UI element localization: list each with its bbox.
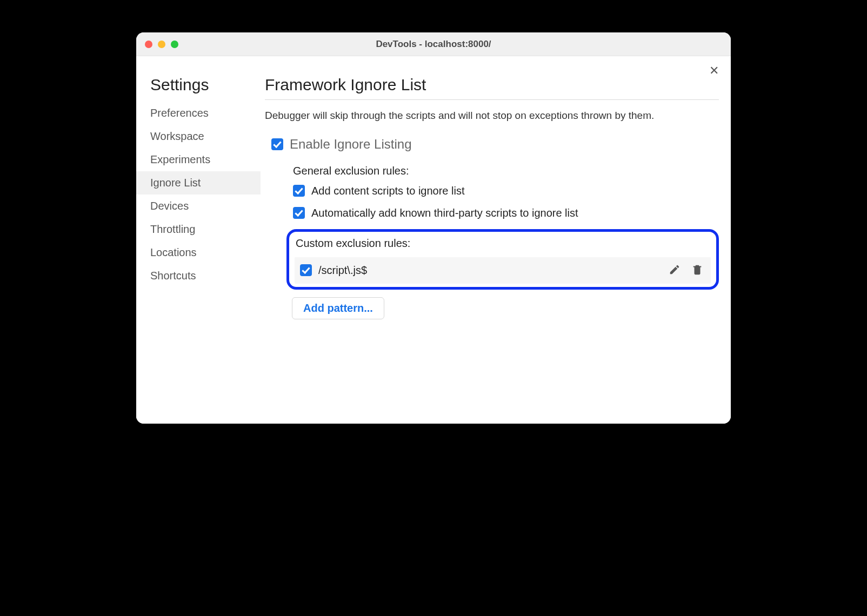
custom-rule-pattern: /script\.js$ [318, 264, 660, 277]
sidebar-item-label: Ignore List [150, 177, 201, 189]
sidebar-item-label: Locations [150, 246, 197, 258]
general-rules-header: General exclusion rules: [293, 165, 719, 177]
enable-ignore-listing-label: Enable Ignore Listing [290, 137, 412, 152]
page-description: Debugger will skip through the scripts a… [265, 109, 719, 123]
settings-main: Framework Ignore List Debugger will skip… [261, 56, 731, 424]
settings-sidebar: Settings Preferences Workspace Experimen… [136, 56, 261, 424]
minimize-window-button[interactable] [158, 41, 165, 48]
custom-rules-highlight: Custom exclusion rules: /script\.js$ [286, 229, 719, 290]
enable-ignore-listing-checkbox[interactable] [271, 138, 283, 150]
pencil-icon [669, 269, 681, 277]
trash-icon [691, 269, 703, 277]
sidebar-item-label: Shortcuts [150, 270, 196, 282]
devtools-window: DevTools - localhost:8000/ ✕ Settings Pr… [136, 32, 731, 424]
close-icon[interactable]: ✕ [709, 65, 719, 77]
custom-rule-row: /script\.js$ [295, 257, 711, 284]
enable-ignore-listing-row[interactable]: Enable Ignore Listing [265, 137, 719, 152]
sidebar-item-label: Experiments [150, 153, 210, 165]
sidebar-item-label: Preferences [150, 107, 209, 119]
window-title: DevTools - localhost:8000/ [136, 39, 731, 50]
delete-rule-button[interactable] [689, 262, 705, 279]
sidebar-item-devices[interactable]: Devices [136, 195, 261, 218]
sidebar-item-ignore-list[interactable]: Ignore List [136, 171, 261, 195]
custom-rule-checkbox[interactable] [300, 264, 312, 276]
general-rules-section: General exclusion rules: Add content scr… [265, 165, 719, 219]
sidebar-item-label: Throttling [150, 223, 195, 235]
sidebar-item-throttling[interactable]: Throttling [136, 218, 261, 241]
close-window-button[interactable] [145, 41, 152, 48]
sidebar-item-locations[interactable]: Locations [136, 241, 261, 264]
sidebar-title: Settings [136, 76, 261, 102]
third-party-label: Automatically add known third-party scri… [311, 207, 578, 219]
sidebar-item-label: Workspace [150, 130, 204, 142]
titlebar: DevTools - localhost:8000/ [136, 32, 731, 56]
third-party-rule-row[interactable]: Automatically add known third-party scri… [293, 207, 719, 219]
content-scripts-rule-row[interactable]: Add content scripts to ignore list [293, 185, 719, 197]
page-title: Framework Ignore List [265, 76, 719, 100]
sidebar-item-preferences[interactable]: Preferences [136, 102, 261, 125]
maximize-window-button[interactable] [171, 41, 178, 48]
third-party-checkbox[interactable] [293, 207, 305, 219]
sidebar-item-workspace[interactable]: Workspace [136, 125, 261, 148]
edit-rule-button[interactable] [666, 262, 683, 279]
content-scripts-checkbox[interactable] [293, 185, 305, 197]
settings-content: ✕ Settings Preferences Workspace Experim… [136, 56, 731, 424]
traffic-lights [136, 41, 178, 48]
sidebar-item-experiments[interactable]: Experiments [136, 148, 261, 171]
add-pattern-button[interactable]: Add pattern... [292, 297, 384, 319]
sidebar-item-label: Devices [150, 200, 189, 212]
content-scripts-label: Add content scripts to ignore list [311, 185, 464, 197]
custom-rules-header: Custom exclusion rules: [296, 237, 711, 250]
sidebar-item-shortcuts[interactable]: Shortcuts [136, 264, 261, 287]
